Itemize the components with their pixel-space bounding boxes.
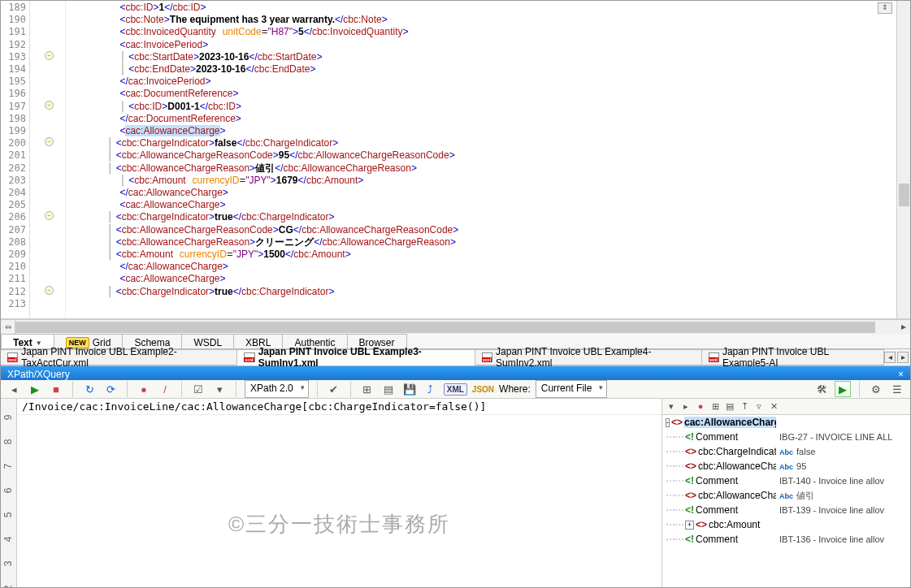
file-tab[interactable]: Japan PINT Invoice UBL Example2-TaxAcctC…	[0, 349, 237, 365]
vertical-scrollbar-thumb[interactable]	[899, 184, 909, 206]
side-tab[interactable]: 4	[3, 537, 15, 543]
split-top-icon[interactable]: ⇕	[878, 2, 892, 14]
result-value: IBT-139 - Invoice line allov	[776, 505, 910, 515]
vertical-scrollbar[interactable]	[896, 1, 910, 318]
where-select[interactable]: Current File	[536, 380, 608, 398]
result-row[interactable]: ⋯⋯ <> cbc:AllowanceChargeAbc95	[662, 459, 910, 473]
res-dot-icon[interactable]: ●	[695, 401, 706, 413]
side-tab[interactable]: 7	[3, 464, 15, 469]
horizontal-scrollbar-thumb[interactable]	[15, 322, 875, 333]
save-icon[interactable]: 💾	[401, 381, 418, 397]
result-row[interactable]: ⋯⋯ <! CommentIBT-136 - Invoice line allo…	[662, 532, 910, 547]
fold-gutter[interactable]: −−−−−	[30, 1, 66, 318]
menu-icon[interactable]: ☰	[889, 381, 905, 397]
xpath-body: 987654321 /Invoice/cac:InvoiceLine/cac:A…	[1, 399, 910, 588]
result-value: IBT-136 - Invoice line allov	[776, 534, 910, 544]
res-tree-icon[interactable]: ⊞	[709, 401, 721, 413]
result-row[interactable]: ⋯⋯ <> cbc:ChargeIndicatorAbcfalse	[662, 444, 910, 459]
code-editor[interactable]: 1891901911921931941951961971981992002012…	[1, 1, 910, 319]
fold-toggle-icon[interactable]: −	[45, 211, 54, 220]
side-tab[interactable]: 3	[3, 561, 15, 567]
fold-toggle-icon[interactable]: −	[45, 51, 54, 60]
file-tab[interactable]: Japan PINT Invoice UBL Example5-AI	[701, 349, 884, 365]
tabs-prev-icon[interactable]: ◂	[884, 352, 896, 363]
tree-icon[interactable]: ⊞	[359, 381, 375, 397]
hscroll-right-icon[interactable]: ▸	[896, 320, 910, 334]
panel-close-icon[interactable]: ×	[898, 369, 904, 380]
where-label: Where:	[499, 383, 531, 395]
stop-icon[interactable]: ■	[48, 381, 64, 397]
run-icon[interactable]: ▶	[27, 381, 43, 397]
res-list-icon[interactable]: ▤	[724, 401, 735, 413]
result-row[interactable]: ⋯⋯ <! CommentIBT-139 - Invoice line allo…	[662, 503, 910, 517]
xpath-panel-title: XPath/XQuery ×	[1, 366, 910, 380]
file-tabs-nav: ◂ ▸	[884, 352, 910, 363]
result-row[interactable]: - <> cac:AllowanceCharge	[662, 415, 910, 430]
result-row[interactable]: ⋯⋯ <! CommentIBG-27 - INVOICE LINE ALL	[662, 430, 910, 444]
xpath-output-area: ©三分一技術士事務所	[17, 415, 662, 588]
watermark: ©三分一技術士事務所	[228, 510, 450, 538]
expand-icon[interactable]: +	[685, 521, 694, 530]
fold-toggle-icon[interactable]: −	[45, 286, 54, 295]
gear-icon[interactable]: ⚙	[868, 381, 884, 397]
dropdown-icon[interactable]: ▾	[211, 381, 228, 397]
dot-icon[interactable]: ●	[136, 381, 152, 397]
run2-icon[interactable]: ▶	[835, 381, 851, 397]
file-tab-label: Japan PINT Invoice UBL Example4-SumInv2.…	[496, 346, 695, 369]
code-content[interactable]: <cbc:ID>1</cbc:ID> <cbc:Note>The equipme…	[66, 1, 910, 318]
result-row[interactable]: ⋯⋯+ <> cbc:Amount	[662, 517, 910, 532]
tools-icon[interactable]: 🛠	[813, 381, 830, 397]
xpath-toolbar: ◂ ▶ ■ ↻ ⟳ ● / ☑ ▾ XPath 2.0 ✔ ⊞ ▤ 💾 ⤴ XM…	[1, 380, 910, 399]
result-value: Abc値引	[776, 490, 910, 502]
result-row[interactable]: ⋯⋯ <> cbc:AllowanceChargeAbc値引	[662, 488, 910, 503]
xpath-version-select[interactable]: XPath 2.0	[245, 380, 309, 398]
result-value: IBG-27 - INVOICE LINE ALL	[776, 432, 910, 442]
horizontal-scrollbar[interactable]: ⇔ ▸	[1, 319, 910, 334]
line-number-gutter: 1891901911921931941951961971981992002012…	[1, 1, 30, 318]
file-tab-label: Japan PINT Invoice UBL Example3-SumInv1.…	[258, 346, 468, 369]
xml-file-icon	[7, 352, 18, 362]
side-tab[interactable]: 6	[3, 488, 15, 494]
side-tab[interactable]: 2	[3, 586, 15, 588]
file-tabs: Japan PINT Invoice UBL Example2-TaxAcctC…	[1, 349, 910, 366]
validate-icon[interactable]: ✔	[326, 381, 342, 397]
xml-file-icon	[709, 352, 719, 362]
options-icon[interactable]: ☑	[190, 381, 206, 397]
xml-file-icon	[482, 352, 492, 362]
result-value: IBT-140 - Invoice line allov	[776, 476, 910, 486]
side-tab[interactable]: 5	[3, 512, 15, 518]
file-tab[interactable]: Japan PINT Invoice UBL Example4-SumInv2.…	[475, 349, 702, 365]
refresh-icon[interactable]: ↻	[81, 381, 98, 397]
results-toolbar: ▾ ▸ ● ⊞ ▤ ⤒ ▿ ✕	[662, 399, 910, 415]
slash-icon[interactable]: /	[157, 381, 173, 397]
res-down-icon[interactable]: ▿	[753, 401, 765, 413]
split-left-icon[interactable]: ⇔	[1, 320, 15, 335]
xml-badge[interactable]: XML	[444, 383, 467, 396]
res-collapse-icon[interactable]: ▾	[666, 401, 677, 413]
fold-toggle-icon[interactable]: −	[45, 137, 54, 146]
xml-file-icon	[244, 352, 254, 362]
results-panel: ▾ ▸ ● ⊞ ▤ ⤒ ▿ ✕ - <> cac:AllowanceCharge…	[662, 399, 910, 588]
refresh-all-icon[interactable]: ⟳	[102, 381, 119, 397]
result-value: Abcfalse	[776, 447, 910, 456]
side-tab[interactable]: 9	[3, 415, 15, 421]
history-back-icon[interactable]: ◂	[6, 381, 22, 397]
fold-toggle-icon[interactable]: −	[45, 101, 54, 110]
xpath-input[interactable]: /Invoice/cac:InvoiceLine/cac:AllowanceCh…	[17, 399, 662, 415]
result-value: Abc95	[776, 461, 910, 471]
tabs-next-icon[interactable]: ▸	[897, 352, 909, 363]
expand-icon[interactable]: -	[666, 418, 670, 427]
side-tab[interactable]: 8	[3, 439, 15, 445]
res-up-icon[interactable]: ⤒	[739, 401, 750, 413]
list-icon[interactable]: ▤	[380, 381, 397, 397]
res-clear-icon[interactable]: ✕	[768, 401, 779, 413]
result-row[interactable]: ⋯⋯ <! CommentIBT-140 - Invoice line allo…	[662, 473, 910, 488]
file-tab[interactable]: Japan PINT Invoice UBL Example3-SumInv1.…	[236, 349, 475, 365]
xpath-side-tabs[interactable]: 987654321	[1, 399, 17, 588]
res-next-icon[interactable]: ▸	[680, 401, 692, 413]
export-icon[interactable]: ⤴	[423, 381, 439, 397]
file-tab-label: Japan PINT Invoice UBL Example5-AI	[722, 346, 877, 369]
file-tab-label: Japan PINT Invoice UBL Example2-TaxAcctC…	[21, 346, 230, 369]
json-badge[interactable]: JSON	[472, 385, 494, 394]
